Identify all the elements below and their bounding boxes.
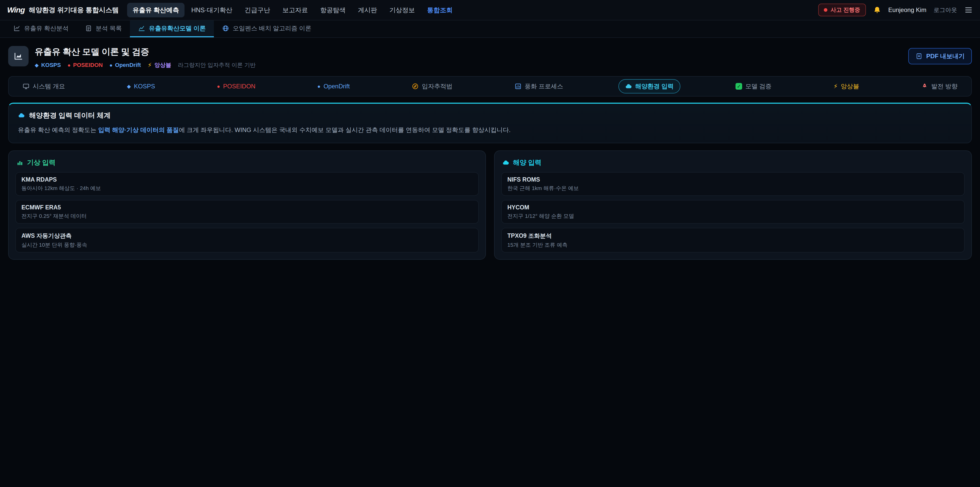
tab-spill-analysis[interactable]: 유출유 확산분석 bbox=[5, 21, 77, 37]
badge-label: KOSPS bbox=[41, 62, 61, 69]
cloud-icon bbox=[625, 83, 632, 90]
tab-boom-algorithm[interactable]: 오일펜스 배치 알고리즘 이론 bbox=[214, 21, 320, 37]
item-desc: 전지구 0.25° 재분석 데이터 bbox=[21, 212, 473, 220]
top-navbar: Wing 해양환경 위기대응 통합시스템 유출유 확산예측 HNS·대기확산 긴… bbox=[0, 0, 980, 21]
section-item-system-overview[interactable]: 시스템 개요 bbox=[16, 79, 72, 93]
tab-analysis-list[interactable]: 분석 목록 bbox=[77, 21, 130, 37]
menu-icon[interactable] bbox=[964, 6, 973, 14]
tab-label: 유출유 확산분석 bbox=[24, 24, 68, 32]
list-item: AWS 자동기상관측 실시간 10분 단위 풍향·풍속 bbox=[15, 228, 479, 252]
circle-icon: ● bbox=[110, 62, 113, 68]
tab-label: 유출유확산모델 이론 bbox=[149, 24, 206, 32]
logout-button[interactable]: 로그아웃 bbox=[934, 6, 957, 14]
section-item-model-validation[interactable]: ✓ 모델 검증 bbox=[729, 79, 778, 93]
circle-icon: ● bbox=[318, 84, 321, 89]
badge-ensemble: ⚡ 앙상블 bbox=[148, 61, 171, 69]
page-title: 유출유 확산 모델 이론 및 검증 bbox=[35, 46, 256, 58]
badge-label: 앙상블 bbox=[154, 61, 171, 69]
section-item-label: 풍화 프로세스 bbox=[525, 82, 563, 90]
circle-icon: ● bbox=[217, 84, 220, 89]
nav-item-weather-info[interactable]: 기상정보 bbox=[384, 3, 421, 18]
incident-status-label: 사고 진행중 bbox=[830, 6, 860, 14]
section-item-label: 입자추적법 bbox=[422, 82, 452, 90]
section-item-kosps[interactable]: ◆ KOSPS bbox=[120, 80, 162, 93]
nav-item-aerial-search[interactable]: 항공탐색 bbox=[315, 3, 352, 18]
item-desc: 전지구 1/12° 해양 순환 모델 bbox=[508, 212, 959, 220]
line-chart-icon bbox=[138, 25, 145, 32]
chart-analysis-icon bbox=[13, 25, 21, 32]
user-name: Eunjeong Kim bbox=[888, 6, 926, 14]
main-nav: 유출유 확산예측 HNS·대기확산 긴급구난 보고자료 항공탐색 게시판 기상정… bbox=[127, 3, 458, 18]
nav-item-emergency-rescue[interactable]: 긴급구난 bbox=[239, 3, 276, 18]
topnav-right: 사고 진행중 Eunjeong Kim 로그아웃 bbox=[818, 3, 973, 16]
item-desc: 실시간 10분 단위 풍향·풍속 bbox=[21, 241, 473, 249]
page-subtitle: 라그랑지안 입자추적 이론 기반 bbox=[178, 61, 256, 69]
tab-bar: 유출유 확산분석 분석 목록 유출유확산모델 이론 오일펜스 배치 알고리즘 이… bbox=[0, 21, 980, 38]
tab-model-theory[interactable]: 유출유확산모델 이론 bbox=[130, 21, 214, 37]
marine-input-panel: 해양환경 입력 데이터 체계 유출유 확산 예측의 정확도는 입력 해양·기상 … bbox=[8, 103, 972, 143]
incident-status-badge[interactable]: 사고 진행중 bbox=[818, 3, 865, 16]
nav-item-spill-prediction[interactable]: 유출유 확산예측 bbox=[127, 3, 185, 18]
intro-highlight: 입력 해양·기상 데이터의 품질 bbox=[98, 126, 179, 133]
check-icon: ✓ bbox=[735, 83, 742, 89]
nav-item-reports[interactable]: 보고자료 bbox=[277, 3, 313, 18]
pdf-export-button[interactable]: PDF 내보내기 bbox=[908, 48, 972, 64]
notification-bell-icon[interactable] bbox=[873, 6, 881, 14]
item-name: HYCOM bbox=[508, 204, 959, 211]
nav-item-hns-dispersion[interactable]: HNS·대기확산 bbox=[186, 3, 238, 18]
diamond-icon: ◆ bbox=[127, 84, 130, 89]
weather-input-card: 기상 입력 KMA RDAPS 동아시아 12km 해상도 · 24h 예보 E… bbox=[8, 150, 486, 260]
card-title: 기상 입력 bbox=[27, 158, 56, 167]
section-item-weathering-process[interactable]: 풍화 프로세스 bbox=[508, 79, 570, 93]
section-item-label: KOSPS bbox=[134, 83, 155, 90]
badge-kosps: ◆ KOSPS bbox=[35, 62, 61, 69]
status-dot-icon bbox=[824, 8, 827, 12]
card-title: 해양 입력 bbox=[513, 158, 541, 167]
section-item-ensemble[interactable]: ⚡ 앙상블 bbox=[827, 79, 866, 93]
section-item-label: 앙상블 bbox=[841, 82, 859, 90]
section-item-poseidon[interactable]: ● POSEIDON bbox=[210, 80, 262, 93]
section-item-roadmap[interactable]: 발전 방향 bbox=[915, 79, 964, 93]
monitor-icon bbox=[22, 83, 30, 90]
list-item: NIFS ROMS 한국 근해 1km 해류·수온 예보 bbox=[501, 172, 965, 196]
globe-icon bbox=[222, 25, 229, 32]
bar-chart-icon bbox=[16, 159, 24, 166]
page-header: 유출유 확산 모델 이론 및 검증 ◆ KOSPS ● POSEIDON ● O… bbox=[0, 38, 980, 73]
item-desc: 동아시아 12km 해상도 · 24h 예보 bbox=[21, 185, 473, 192]
list-item: HYCOM 전지구 1/12° 해양 순환 모델 bbox=[501, 200, 965, 224]
section-item-label: 발전 방향 bbox=[931, 82, 958, 90]
nav-item-integrated-search[interactable]: 통합조회 bbox=[422, 3, 458, 18]
section-item-label: 시스템 개요 bbox=[33, 82, 65, 90]
badge-label: POSEIDON bbox=[73, 62, 103, 69]
panel-title: 해양환경 입력 데이터 체계 bbox=[29, 111, 111, 120]
ocean-input-card: 해양 입력 NIFS ROMS 한국 근해 1km 해류·수온 예보 HYCOM… bbox=[494, 150, 972, 260]
cloud-icon bbox=[18, 112, 25, 119]
section-item-marine-input[interactable]: 해양환경 입력 bbox=[618, 79, 680, 93]
rocket-icon bbox=[921, 83, 928, 90]
ocean-card-title-row: 해양 입력 bbox=[502, 158, 964, 167]
section-item-particle-tracking[interactable]: 입자추적법 bbox=[405, 79, 459, 93]
brand[interactable]: Wing 해양환경 위기대응 통합시스템 bbox=[7, 6, 119, 14]
panel-intro-text: 유출유 확산 예측의 정확도는 입력 해양·기상 데이터의 품질에 크게 좌우됩… bbox=[18, 125, 962, 134]
page-icon bbox=[8, 46, 29, 66]
item-name: ECMWF ERA5 bbox=[21, 204, 473, 211]
document-list-icon bbox=[85, 25, 92, 32]
item-name: AWS 자동기상관측 bbox=[21, 232, 473, 240]
nav-item-board[interactable]: 게시판 bbox=[352, 3, 383, 18]
section-item-label: 해양환경 입력 bbox=[635, 82, 674, 90]
section-item-opendrift[interactable]: ● OpenDrift bbox=[311, 80, 356, 93]
item-name: TPXO9 조화분석 bbox=[508, 232, 959, 240]
item-desc: 15개 분조 기반 조류 예측 bbox=[508, 241, 959, 249]
area-chart-icon bbox=[13, 51, 24, 61]
list-item: ECMWF ERA5 전지구 0.25° 재분석 데이터 bbox=[15, 200, 479, 224]
page-badges: ◆ KOSPS ● POSEIDON ● OpenDrift ⚡ 앙상블 라그랑… bbox=[35, 61, 256, 69]
badge-label: OpenDrift bbox=[115, 62, 141, 69]
badge-poseidon: ● POSEIDON bbox=[67, 62, 103, 69]
input-data-cards: 기상 입력 KMA RDAPS 동아시아 12km 해상도 · 24h 예보 E… bbox=[8, 150, 972, 260]
section-item-label: POSEIDON bbox=[223, 83, 256, 90]
compass-icon bbox=[412, 83, 419, 90]
wing-logo: Wing bbox=[7, 6, 25, 14]
item-name: NIFS ROMS bbox=[508, 176, 959, 183]
intro-post: 에 크게 좌우됩니다. WING 시스템은 국내외 수치예보 모델과 실시간 관… bbox=[179, 126, 511, 133]
pdf-export-label: PDF 내보내기 bbox=[926, 52, 965, 60]
